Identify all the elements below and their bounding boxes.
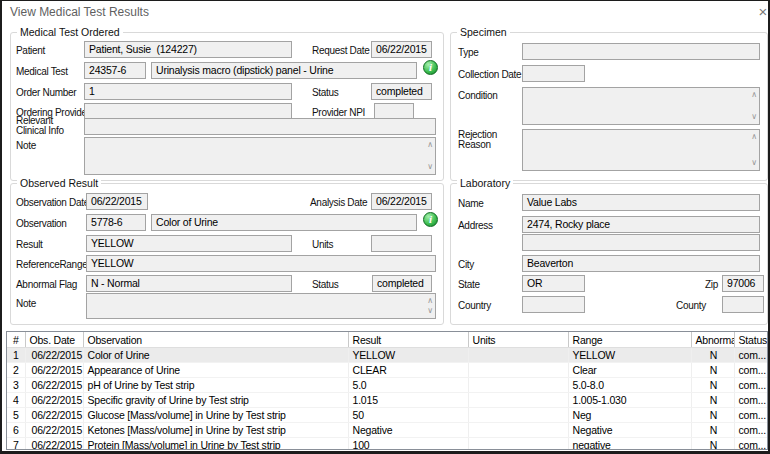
table-cell: com... xyxy=(734,438,767,451)
condition-field[interactable] xyxy=(522,87,760,125)
lab-name-label: Name xyxy=(458,198,483,209)
view-medical-test-results-dialog: View Medical Test Results × Medical Test… xyxy=(0,0,770,454)
observation-description-field[interactable]: Color of Urine xyxy=(151,214,417,231)
lab-zip-field[interactable]: 97006 xyxy=(722,275,764,292)
lab-name-field[interactable]: Value Labs xyxy=(522,194,760,211)
column-header-units[interactable]: Units xyxy=(468,332,568,348)
table-cell: pH of Urine by Test strip xyxy=(83,378,348,393)
column-header-abnormal[interactable]: Abnormal xyxy=(691,332,734,348)
close-icon[interactable]: × xyxy=(754,3,770,21)
table-row[interactable]: 606/22/2015Ketones [Mass/volume] in Urin… xyxy=(7,423,767,438)
observation-code-field[interactable]: 5778-6 xyxy=(86,214,146,231)
scroll-up-icon[interactable] xyxy=(751,91,757,99)
order-note-field[interactable] xyxy=(84,137,436,175)
specimen-type-label: Type xyxy=(458,47,478,58)
table-cell: com... xyxy=(734,393,767,408)
table-cell: Negative xyxy=(568,423,691,438)
table-cell xyxy=(468,423,568,438)
medical-test-description-field[interactable]: Urinalysis macro (dipstick) panel - Urin… xyxy=(151,62,417,79)
lab-address2-field[interactable] xyxy=(522,234,760,251)
result-note-label: Note xyxy=(16,298,36,309)
table-row[interactable]: 706/22/2015Protein [Mass/volume] in Urin… xyxy=(7,438,767,451)
column-header-status[interactable]: Status xyxy=(734,332,767,348)
lab-county-field[interactable] xyxy=(722,296,764,313)
observation-info-icon[interactable] xyxy=(423,212,438,227)
table-cell: 5.0 xyxy=(348,378,468,393)
lab-city-field[interactable]: Beaverton xyxy=(522,255,760,272)
column-header-[interactable]: # xyxy=(7,332,25,348)
column-header-result[interactable]: Result xyxy=(348,332,468,348)
reference-range-field[interactable]: YELLOW xyxy=(86,255,436,272)
collection-date-label: Collection Date xyxy=(458,69,521,80)
observation-date-label: Observation Date xyxy=(16,197,89,208)
request-date-field[interactable]: 06/22/2015 xyxy=(371,41,432,58)
result-status-label: Status xyxy=(312,279,339,290)
table-row[interactable]: 306/22/2015pH of Urine by Test strip5.05… xyxy=(7,378,767,393)
rejection-reason-field[interactable] xyxy=(522,129,760,171)
table-row[interactable]: 106/22/2015Color of UrineYELLOWYELLOWNco… xyxy=(7,348,767,363)
order-status-field[interactable]: completed xyxy=(371,83,432,100)
table-cell: com... xyxy=(734,408,767,423)
scroll-up-icon[interactable] xyxy=(751,133,757,141)
request-date-label: Request Date xyxy=(312,45,370,56)
condition-label: Condition xyxy=(458,90,498,101)
scroll-down-icon[interactable] xyxy=(751,159,757,167)
table-row[interactable]: 406/22/2015Specific gravity of Urine by … xyxy=(7,393,767,408)
table-cell: 1.005-1.030 xyxy=(568,393,691,408)
analysis-date-field[interactable]: 06/22/2015 xyxy=(371,193,432,210)
scroll-down-icon[interactable] xyxy=(427,307,433,315)
result-field[interactable]: YELLOW xyxy=(86,235,292,252)
lab-state-field[interactable]: OR xyxy=(522,275,585,292)
table-cell: 06/22/2015 xyxy=(25,423,83,438)
observation-date-field[interactable]: 06/22/2015 xyxy=(86,193,148,210)
table-row[interactable]: 506/22/2015Glucose [Mass/volume] in Urin… xyxy=(7,408,767,423)
table-cell: 5 xyxy=(7,408,25,423)
column-header-range[interactable]: Range xyxy=(568,332,691,348)
table-cell: com... xyxy=(734,423,767,438)
table-cell: negative xyxy=(568,438,691,451)
table-cell: Appearance of Urine xyxy=(83,363,348,378)
result-status-field[interactable]: completed xyxy=(372,275,432,292)
specimen-type-field[interactable] xyxy=(522,43,760,60)
table-cell: com... xyxy=(734,378,767,393)
scroll-down-icon[interactable] xyxy=(427,163,433,171)
table-cell: 4 xyxy=(7,393,25,408)
table-cell: Specific gravity of Urine by Test strip xyxy=(83,393,348,408)
scroll-up-icon[interactable] xyxy=(427,297,433,305)
table-row[interactable]: 206/22/2015Appearance of UrineCLEARClear… xyxy=(7,363,767,378)
column-header-obs-date[interactable]: Obs. Date xyxy=(25,332,83,348)
medical-test-info-icon[interactable] xyxy=(423,60,438,75)
table-cell: N xyxy=(691,363,734,378)
table-cell: YELLOW xyxy=(348,348,468,363)
dialog-title: View Medical Test Results xyxy=(10,5,149,19)
column-header-observation[interactable]: Observation xyxy=(83,332,348,348)
table-cell: com... xyxy=(734,348,767,363)
analysis-date-label: Analysis Date xyxy=(310,197,367,208)
results-table-body: 106/22/2015Color of UrineYELLOWYELLOWNco… xyxy=(7,348,767,451)
table-cell: com... xyxy=(734,363,767,378)
scroll-up-icon[interactable] xyxy=(427,141,433,149)
table-cell: 06/22/2015 xyxy=(25,363,83,378)
observation-label: Observation xyxy=(16,218,67,229)
result-label: Result xyxy=(16,239,43,250)
abnormal-flag-field[interactable]: N - Normal xyxy=(86,275,292,292)
table-cell: Protein [Mass/volume] in Urine by Test s… xyxy=(83,438,348,451)
patient-field[interactable]: Patient, Susie (124227) xyxy=(84,41,292,58)
table-cell: 2 xyxy=(7,363,25,378)
medical-test-code-field[interactable]: 24357-6 xyxy=(84,62,146,79)
relevant-clinical-info-field[interactable] xyxy=(84,118,436,135)
lab-address-field[interactable]: 2474, Rocky place xyxy=(522,216,760,233)
order-note-label: Note xyxy=(16,140,36,151)
units-field[interactable] xyxy=(371,235,432,252)
collection-date-field[interactable] xyxy=(522,65,585,82)
table-cell: N xyxy=(691,393,734,408)
result-note-field[interactable] xyxy=(86,293,436,319)
lab-country-field[interactable] xyxy=(522,296,585,313)
medical-test-label: Medical Test xyxy=(16,66,68,77)
table-cell xyxy=(468,393,568,408)
scroll-down-icon[interactable] xyxy=(751,113,757,121)
abnormal-flag-label: Abnormal Flag xyxy=(16,279,77,290)
table-cell: Negative xyxy=(348,423,468,438)
table-cell: 06/22/2015 xyxy=(25,393,83,408)
order-number-field[interactable]: 1 xyxy=(84,83,292,100)
